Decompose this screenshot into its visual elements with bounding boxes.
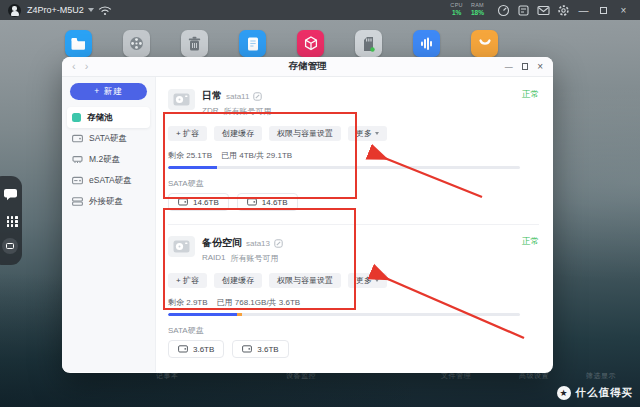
- chat-bubble-icon[interactable]: [3, 187, 18, 205]
- pool-access: 所有账号可用: [223, 106, 271, 117]
- sidebar-item-storage-pool[interactable]: 存储池: [67, 107, 150, 128]
- window-close-button[interactable]: ×: [537, 61, 543, 72]
- new-pool-button[interactable]: + 新建: [70, 83, 147, 100]
- more-button[interactable]: 更多: [348, 126, 387, 141]
- sidebar-item-label: SATA硬盘: [89, 133, 127, 145]
- app-grid-icon[interactable]: [7, 216, 18, 226]
- pool-mode: RAID1: [202, 253, 226, 264]
- pool-name: 日常: [202, 89, 222, 103]
- pool-status-badge: 正常: [522, 236, 539, 248]
- floating-side-toolbar: [0, 176, 22, 265]
- device-name[interactable]: Z4Pro+-M5U2: [27, 5, 84, 15]
- more-button[interactable]: 更多: [348, 273, 387, 288]
- pool-id: sata11: [226, 92, 249, 101]
- expand-capacity-button[interactable]: + 扩容: [168, 126, 207, 141]
- pool-mode: ZDR: [202, 106, 218, 117]
- dock-icon-notes[interactable]: [239, 30, 266, 57]
- pool-usage-progressbar: [168, 313, 520, 316]
- dock-icon-memory-card[interactable]: [355, 30, 382, 57]
- pool-access: 所有账号可用: [231, 253, 279, 264]
- pool-disk-icon: [168, 236, 195, 257]
- pool-id: sata13: [246, 239, 270, 248]
- window-titlebar: 存储管理 ‹ › — ×: [62, 57, 553, 77]
- storage-management-window: 存储管理 ‹ › — × + 新建 存储池: [62, 57, 553, 373]
- watermark-text: 什么值得买: [576, 386, 634, 400]
- user-avatar-icon[interactable]: [8, 4, 21, 17]
- sidebar-item-esata-disk[interactable]: eSATA硬盘: [62, 170, 155, 191]
- window-content: 日常 sata11 ZDR 所有账号可用 正常 + 扩容: [156, 77, 553, 372]
- maximize-all-button[interactable]: [595, 2, 612, 18]
- widget-panel-icon[interactable]: [515, 2, 532, 18]
- sidebar-item-label: M.2硬盘: [89, 154, 120, 166]
- screen-display-icon[interactable]: [2, 238, 18, 254]
- expand-capacity-button[interactable]: + 扩容: [168, 273, 207, 288]
- watermark: ★ 什么值得买: [557, 386, 634, 400]
- dock-icon-folder[interactable]: [65, 30, 92, 57]
- create-cache-button[interactable]: 创建缓存: [214, 126, 262, 141]
- permission-capacity-settings-button[interactable]: 权限与容量设置: [269, 273, 341, 288]
- dock-icon-media-reel[interactable]: [123, 30, 150, 57]
- sidebar-item-label: eSATA硬盘: [89, 175, 132, 187]
- pool-used: 已用 768.1GB/共 3.6TB: [217, 297, 301, 308]
- window-minimize-button[interactable]: —: [505, 62, 513, 71]
- sidebar-item-external-disk[interactable]: 外接硬盘: [62, 191, 155, 212]
- disk-chip: 3.6TB: [232, 340, 288, 358]
- caret-down-icon: [375, 279, 379, 282]
- system-topbar: Z4Pro+-M5U2 CPU1% RAM18% — ×: [0, 0, 640, 20]
- dock-icon-equalizer[interactable]: [413, 30, 440, 57]
- pool-remaining: 剩余 25.1TB: [168, 150, 212, 161]
- m2-disk-icon: [72, 155, 83, 164]
- dock-icon-mall-smile[interactable]: [471, 30, 498, 57]
- performance-gauge-icon[interactable]: [495, 2, 512, 18]
- edit-pool-icon[interactable]: [253, 92, 262, 101]
- disk-chip-icon: [178, 345, 188, 353]
- window-sidebar: + 新建 存储池 SATA硬盘 M.2硬盘: [62, 77, 156, 372]
- disk-chip: 14.6TB: [168, 193, 229, 211]
- esata-disk-icon: [72, 176, 83, 185]
- storage-pool-card-daily: 日常 sata11 ZDR 所有账号可用 正常 + 扩容: [168, 89, 539, 211]
- cpu-stat: CPU1%: [450, 3, 463, 17]
- storage-pool-icon: [72, 113, 81, 122]
- chevron-down-icon: [88, 8, 94, 12]
- disk-section-label: SATA硬盘: [168, 178, 539, 189]
- pool-status-badge: 正常: [522, 89, 539, 101]
- sidebar-item-label: 外接硬盘: [89, 196, 123, 208]
- disk-chip-icon: [242, 345, 252, 353]
- minimize-all-button[interactable]: —: [575, 2, 592, 18]
- disk-chip: 3.6TB: [168, 340, 224, 358]
- sidebar-item-m2-disk[interactable]: M.2硬盘: [62, 149, 155, 170]
- disk-section-label: SATA硬盘: [168, 325, 539, 336]
- sata-disk-icon: [72, 134, 83, 143]
- pool-usage-progressbar: [168, 166, 520, 169]
- close-all-button[interactable]: ×: [615, 2, 632, 18]
- disk-chip: 14.6TB: [237, 193, 298, 211]
- dock-icon-download-cube[interactable]: [297, 30, 324, 57]
- desktop: Z4Pro+-M5U2 CPU1% RAM18% — ×: [0, 0, 640, 407]
- disk-chip-icon: [178, 198, 188, 206]
- settings-gear-icon[interactable]: [555, 2, 572, 18]
- storage-pool-card-backup: 备份空间 sata13 RAID1 所有账号可用 正常 + 扩: [168, 224, 539, 358]
- edit-pool-icon[interactable]: [274, 239, 283, 248]
- pool-disk-icon: [168, 89, 195, 110]
- wifi-icon[interactable]: [97, 2, 114, 18]
- window-maximize-button[interactable]: [522, 63, 529, 70]
- desktop-shortcut-label[interactable]: 筛选显示: [586, 371, 616, 381]
- sidebar-item-label: 存储池: [87, 112, 113, 124]
- caret-down-icon: [375, 132, 379, 135]
- watermark-logo-icon: ★: [557, 386, 571, 400]
- pool-remaining: 剩余 2.9TB: [168, 297, 208, 308]
- dock-icon-trash[interactable]: [181, 30, 208, 57]
- disk-chip-icon: [247, 198, 257, 206]
- create-cache-button[interactable]: 创建缓存: [214, 273, 262, 288]
- sidebar-item-sata-disk[interactable]: SATA硬盘: [62, 128, 155, 149]
- external-disk-icon: [72, 197, 83, 206]
- pool-used: 已用 4TB/共 29.1TB: [221, 150, 292, 161]
- permission-capacity-settings-button[interactable]: 权限与容量设置: [269, 126, 341, 141]
- window-title: 存储管理: [62, 60, 553, 73]
- pool-name: 备份空间: [202, 236, 242, 250]
- ram-stat: RAM18%: [471, 3, 484, 17]
- mail-icon[interactable]: [535, 2, 552, 18]
